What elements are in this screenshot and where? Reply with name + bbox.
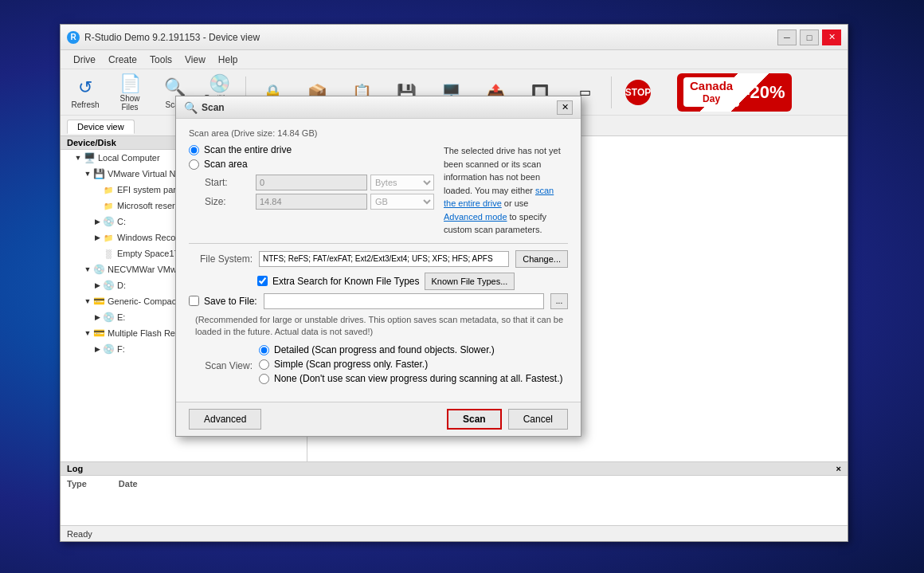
expand-compact: ▼ [83,296,92,306]
scan-entire-row: Scan the entire drive [189,144,434,155]
menu-help[interactable]: Help [212,53,245,67]
extra-search-label[interactable]: Extra Search for Known File Types [272,276,420,287]
size-label: Size: [205,196,253,207]
extra-search-checkbox[interactable] [257,276,268,286]
refresh-icon: ↺ [72,75,98,100]
size-unit-select[interactable]: GB [370,194,434,210]
scan-view-none-label[interactable]: None (Don't use scan view progress durin… [274,373,562,384]
disk-icon-nec: 💿 [92,263,105,276]
partition-icon: 💿 [206,73,232,94]
scan-options-area: Scan the entire drive Scan area Start: B… [189,144,568,237]
advanced-mode-link[interactable]: Advanced mode [444,212,507,222]
menu-tools[interactable]: Tools [143,53,178,67]
maximize-button[interactable]: □ [800,29,819,45]
stop-icon: STOP [625,80,651,105]
scan-entire-radio[interactable] [189,145,199,155]
window-title: R-Studio Demo 9.2.191153 - Device view [84,32,777,43]
scan-area-row: Scan area [189,159,434,170]
dialog-scan-icon: 🔍 [184,101,197,114]
start-label: Start: [205,177,253,188]
scan-view-none-radio[interactable] [259,374,269,384]
status-text: Ready [67,529,92,539]
save-to-file-row: Save to File: ... [189,293,568,309]
scan-dialog: 🔍 Scan ✕ Scan area (Drive size: 14.84 GB… [175,96,581,437]
scan-view-section: Scan View: Detailed (Scan progress and f… [189,344,568,387]
dialog-close-button[interactable]: ✕ [557,100,573,115]
scan-options-left: Scan the entire drive Scan area Start: B… [189,144,434,237]
menu-drive[interactable]: Drive [67,53,102,67]
size-input[interactable] [256,194,367,210]
canada-line1: Canada [690,79,733,93]
tab-device-view[interactable]: Device view [67,120,135,134]
refresh-button[interactable]: ↺ Refresh [64,72,107,113]
scan-area-title: Scan area (Drive size: 14.84 GB) [189,128,568,138]
scan-area-label[interactable]: Scan area [204,159,248,170]
title-bar: R R-Studio Demo 9.2.191153 - Device view… [61,25,848,50]
disk-icon-flash: 💳 [92,327,105,339]
scan-view-simple-row: Simple (Scan progress only. Faster.) [259,359,562,370]
computer-icon: 🖥️ [83,151,96,164]
known-file-types-button[interactable]: Known File Types... [425,273,515,290]
file-system-label: File System: [189,253,253,265]
scan-params: Start: Bytes Size: GB [205,175,434,210]
cancel-button[interactable]: Cancel [508,409,568,430]
advanced-button[interactable]: Advanced [189,409,261,430]
dialog-body: Scan area (Drive size: 14.84 GB) Scan th… [176,119,581,402]
scan-view-simple-label[interactable]: Simple (Scan progress only. Faster.) [274,359,428,370]
canada-day-banner[interactable]: Canada Day -20% [677,73,792,112]
close-button[interactable]: ✕ [822,29,841,45]
scan-view-detailed-label[interactable]: Detailed (Scan progress and found object… [274,344,495,355]
scan-info-text2: or use [502,198,529,208]
scan-view-none-row: None (Don't use scan view progress durin… [259,373,562,384]
start-input[interactable] [256,175,367,190]
dialog-title: Scan [202,102,557,113]
drive-icon-c: 💿 [102,215,115,228]
scan-view-options: Detailed (Scan progress and found object… [259,344,562,387]
empty-icon: ░ [102,247,115,260]
save-to-file-input[interactable] [264,293,544,309]
scan-area-radio[interactable] [189,159,199,170]
save-to-file-label[interactable]: Save to File: [204,296,257,307]
log-panel: Log × Type Date [61,461,848,525]
minimize-button[interactable]: ─ [777,29,797,45]
change-button[interactable]: Change... [515,250,568,268]
log-content: Type Date [61,476,848,492]
window-controls: ─ □ ✕ [777,29,841,45]
separator-1 [189,243,568,244]
dialog-footer: Advanced Scan Cancel [176,402,581,436]
log-title: Log [67,464,83,473]
scan-view-detailed-row: Detailed (Scan progress and found object… [259,344,562,355]
save-to-file-checkbox[interactable] [189,296,199,306]
expand-necvmwar: ▼ [83,265,92,274]
disk-icon-nvme: 💾 [92,167,105,180]
save-to-file-desc: (Recommended for large or unstable drive… [195,314,568,339]
menu-create[interactable]: Create [102,53,143,67]
log-col-date: Date [119,479,138,489]
extra-search-row: Extra Search for Known File Types Known … [189,273,568,290]
refresh-label: Refresh [71,100,99,109]
scan-view-detailed-radio[interactable] [259,345,269,355]
scan-dialog-scan-button[interactable]: Scan [447,409,502,430]
show-files-button[interactable]: 📄 Show Files [108,72,151,113]
app-icon: R [67,31,80,44]
start-unit-select[interactable]: Bytes [370,175,434,190]
expand-icon: ▼ [73,153,83,163]
menu-bar: Drive Create Tools View Help [61,50,848,69]
show-files-icon: 📄 [117,73,143,94]
log-header: Log × [61,462,848,476]
log-close-icon[interactable]: × [836,464,841,473]
toolbar-divider-2 [611,77,612,108]
scan-entire-label[interactable]: Scan the entire drive [204,144,292,155]
browse-button[interactable]: ... [550,293,568,309]
canada-discount: -20% [744,82,785,103]
scan-view-simple-radio[interactable] [259,359,269,370]
show-files-label: Show Files [111,94,149,112]
file-system-value: NTFS; ReFS; FAT/exFAT; Ext2/Ext3/Ext4; U… [259,251,509,267]
stop-button[interactable]: STOP [617,72,660,113]
menu-view[interactable]: View [178,53,212,67]
partition-icon-efi: 📁 [102,183,115,196]
drive-icon-f: 💿 [102,343,115,355]
canada-line2: Day [703,93,720,104]
dialog-title-bar: 🔍 Scan ✕ [176,96,581,119]
footer-right-buttons: Scan Cancel [447,409,568,430]
